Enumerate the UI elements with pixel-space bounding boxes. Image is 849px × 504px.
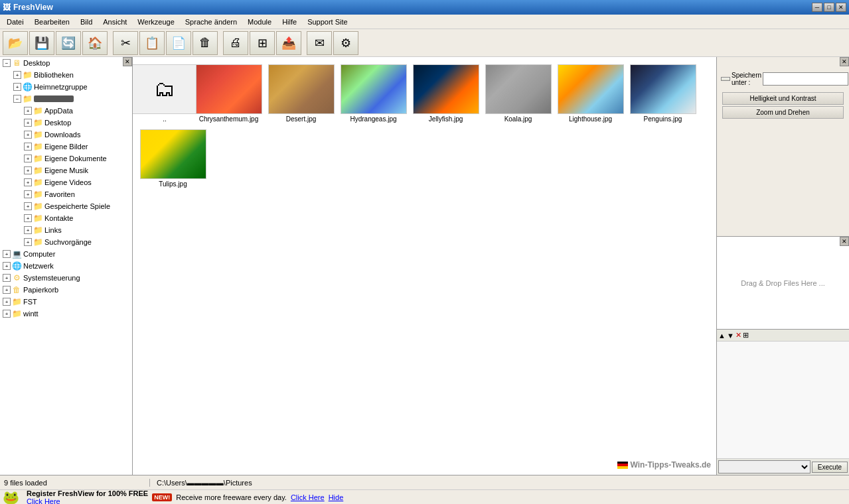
thumbnail-item-8[interactable]: Tulips.jpg bbox=[138, 127, 208, 190]
menu-item-werkzeuge[interactable]: Werkzeuge bbox=[132, 17, 179, 27]
tree-expander-10[interactable]: + bbox=[24, 178, 32, 186]
sidebar-item-13[interactable]: +📁Kontakte bbox=[0, 212, 132, 224]
minimize-button[interactable]: ─ bbox=[812, 3, 822, 12]
maximize-button[interactable]: □ bbox=[824, 3, 834, 12]
sidebar-item-5[interactable]: +📁Desktop bbox=[0, 117, 132, 129]
sidebar-item-11[interactable]: +📁Favoriten bbox=[0, 188, 132, 200]
tree-expander-6[interactable]: + bbox=[24, 131, 32, 139]
tree-expander-18[interactable]: + bbox=[3, 274, 11, 282]
panel-btn-3[interactable]: Zoom und Drehen bbox=[722, 106, 844, 119]
execute-button[interactable]: Execute bbox=[812, 462, 848, 473]
tree-expander-16[interactable]: + bbox=[3, 250, 11, 258]
email-toolbar-button[interactable]: ✉ bbox=[307, 31, 332, 55]
thumbnail-item-1[interactable]: Chrysanthemum.jpg bbox=[194, 62, 264, 125]
sidebar-item-19[interactable]: +🗑Papierkorb bbox=[0, 284, 132, 296]
sidebar-item-1[interactable]: +📁Bibliotheken bbox=[0, 69, 132, 81]
menu-item-bearbeiten[interactable]: Bearbeiten bbox=[29, 17, 75, 27]
ad-main: Register FreshView for 100% FREE Click H… bbox=[27, 489, 148, 505]
tree-label-8: Eigene Dokumente bbox=[44, 155, 107, 162]
drop-zone-close-button[interactable]: ✕ bbox=[840, 237, 849, 246]
sidebar-item-10[interactable]: +📁Eigene Videos bbox=[0, 176, 132, 188]
open-toolbar-button[interactable]: 📂 bbox=[3, 31, 28, 55]
hide-ad-link[interactable]: Hide bbox=[329, 493, 344, 501]
cut-toolbar-button[interactable]: ✂ bbox=[113, 31, 138, 55]
delete-execute-icon[interactable]: ✕ bbox=[735, 331, 741, 340]
menu-item-datei[interactable]: Datei bbox=[1, 17, 29, 27]
right-top-close-button[interactable]: ✕ bbox=[840, 57, 849, 66]
menu-item-module[interactable]: Module bbox=[242, 17, 277, 27]
tree-expander-15[interactable]: + bbox=[24, 238, 32, 246]
close-button[interactable]: ✕ bbox=[836, 3, 846, 12]
tree-expander-21[interactable]: + bbox=[3, 310, 11, 318]
thumbnail-item-0[interactable]: 🗂.. bbox=[138, 62, 191, 125]
tree-expander-8[interactable]: + bbox=[24, 155, 32, 162]
tree-expander-12[interactable]: + bbox=[24, 202, 32, 210]
execute-select[interactable] bbox=[718, 460, 810, 473]
menu-item-bild[interactable]: Bild bbox=[75, 17, 98, 27]
copy-toolbar-button[interactable]: 📋 bbox=[139, 31, 165, 55]
paste-toolbar-button[interactable]: 📄 bbox=[166, 31, 191, 55]
panel-btn-0[interactable]: Helligkeit und Kontrast bbox=[722, 92, 844, 105]
sidebar-item-17[interactable]: +🌐Netzwerk bbox=[0, 260, 132, 272]
up-arrow-icon[interactable]: ▲ bbox=[718, 332, 726, 340]
save-filename-input[interactable] bbox=[763, 72, 848, 86]
tree-label-20: FST bbox=[23, 298, 37, 306]
tree-expander-11[interactable]: + bbox=[24, 190, 32, 198]
sidebar-item-15[interactable]: +📁Suchvorgänge bbox=[0, 236, 132, 248]
tree-expander-7[interactable]: + bbox=[24, 143, 32, 151]
sidebar-item-8[interactable]: +📁Eigene Dokumente bbox=[0, 153, 132, 164]
sidebar-item-20[interactable]: +📁FST bbox=[0, 296, 132, 308]
tree-expander-14[interactable]: + bbox=[24, 226, 32, 234]
menu-item-hilfe[interactable]: Hilfe bbox=[277, 17, 302, 27]
thumbnail-item-3[interactable]: Hydrangeas.jpg bbox=[339, 62, 408, 125]
thumbnail-item-5[interactable]: Koala.jpg bbox=[483, 62, 553, 125]
thumbnail-image-2 bbox=[268, 64, 335, 114]
print-toolbar-button[interactable]: 🖨 bbox=[223, 31, 248, 55]
sidebar-item-2[interactable]: +🌐Heimnetzgruppe bbox=[0, 81, 132, 93]
sidebar-close-button[interactable]: ✕ bbox=[123, 57, 132, 66]
down-arrow-icon[interactable]: ▼ bbox=[727, 332, 734, 340]
delete-toolbar-button[interactable]: 🗑 bbox=[193, 31, 218, 55]
sidebar-item-18[interactable]: +⚙Systemsteuerung bbox=[0, 272, 132, 284]
settings-toolbar-button[interactable]: ⚙ bbox=[333, 31, 358, 55]
sidebar-item-6[interactable]: +📁Downloads bbox=[0, 129, 132, 141]
tree-expander-1[interactable]: + bbox=[13, 71, 21, 79]
tree-expander-5[interactable]: + bbox=[24, 119, 32, 127]
sidebar-item-16[interactable]: +💻Computer bbox=[0, 248, 132, 260]
sidebar-item-3[interactable]: −📁 bbox=[0, 93, 132, 105]
sidebar-item-9[interactable]: +📁Eigene Musik bbox=[0, 164, 132, 176]
tree-expander-19[interactable]: + bbox=[3, 286, 11, 294]
tree-expander-4[interactable]: + bbox=[24, 107, 32, 115]
tree-expander-9[interactable]: + bbox=[24, 166, 32, 174]
ad-right-link[interactable]: Click Here bbox=[291, 493, 325, 501]
tree-expander-0[interactable]: − bbox=[3, 59, 11, 67]
sidebar-item-4[interactable]: +📁AppData bbox=[0, 105, 132, 117]
export-toolbar-button[interactable]: 📤 bbox=[276, 31, 301, 55]
toolbar-separator bbox=[303, 31, 305, 55]
thumbnail-item-4[interactable]: Jellyfish.jpg bbox=[411, 62, 481, 125]
sidebar-item-14[interactable]: +📁Links bbox=[0, 224, 132, 236]
tree-expander-17[interactable]: + bbox=[3, 262, 11, 270]
sidebar-item-12[interactable]: +📁Gespeicherte Spiele bbox=[0, 200, 132, 212]
expand-execute-icon[interactable]: ⊞ bbox=[743, 331, 749, 340]
menu-item-ansicht[interactable]: Ansicht bbox=[98, 17, 132, 27]
ad-click-here-link[interactable]: Click Here bbox=[27, 497, 60, 505]
ad-right-text: Receive more freeware every day. bbox=[176, 493, 287, 501]
thumbnail-item-6[interactable]: Lighthouse.jpg bbox=[556, 62, 625, 125]
menu-item-support-site[interactable]: Support Site bbox=[302, 17, 353, 27]
save-toolbar-button[interactable]: 💾 bbox=[29, 31, 54, 55]
tree-expander-13[interactable]: + bbox=[24, 214, 32, 222]
save-thumbnail-button[interactable] bbox=[721, 77, 730, 81]
tree-expander-2[interactable]: + bbox=[13, 83, 21, 91]
tree-expander-3[interactable]: − bbox=[13, 95, 21, 103]
home-toolbar-button[interactable]: 🏠 bbox=[82, 31, 108, 55]
thumbnail-item-2[interactable]: Desert.jpg bbox=[266, 62, 336, 125]
tree-expander-20[interactable]: + bbox=[3, 298, 11, 306]
sidebar-item-21[interactable]: +📁wintt bbox=[0, 308, 132, 320]
sidebar-item-7[interactable]: +📁Eigene Bilder bbox=[0, 141, 132, 153]
thumbnail-item-7[interactable]: Penguins.jpg bbox=[628, 62, 698, 125]
grid-toolbar-button[interactable]: ⊞ bbox=[250, 31, 275, 55]
refresh-toolbar-button[interactable]: 🔄 bbox=[56, 31, 81, 55]
sidebar-item-0[interactable]: −🖥Desktop bbox=[0, 57, 132, 69]
menu-item-sprache-ändern[interactable]: Sprache ändern bbox=[180, 17, 242, 27]
